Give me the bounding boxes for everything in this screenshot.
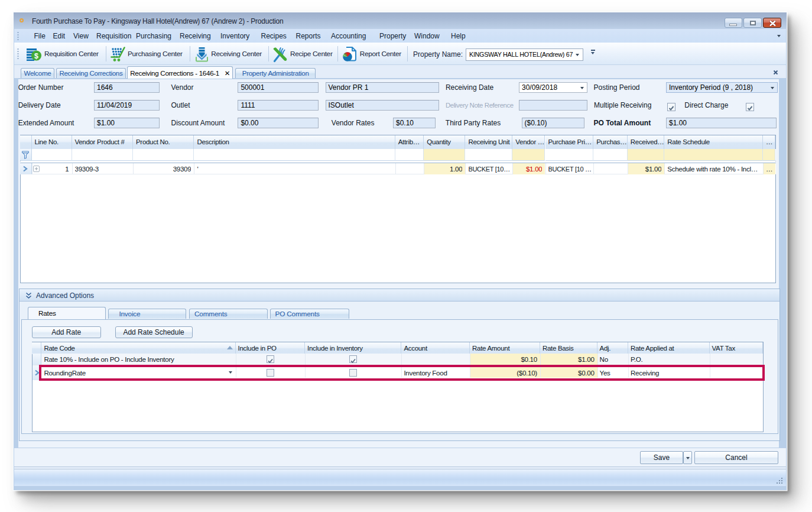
svg-text:$: $ xyxy=(34,52,38,60)
